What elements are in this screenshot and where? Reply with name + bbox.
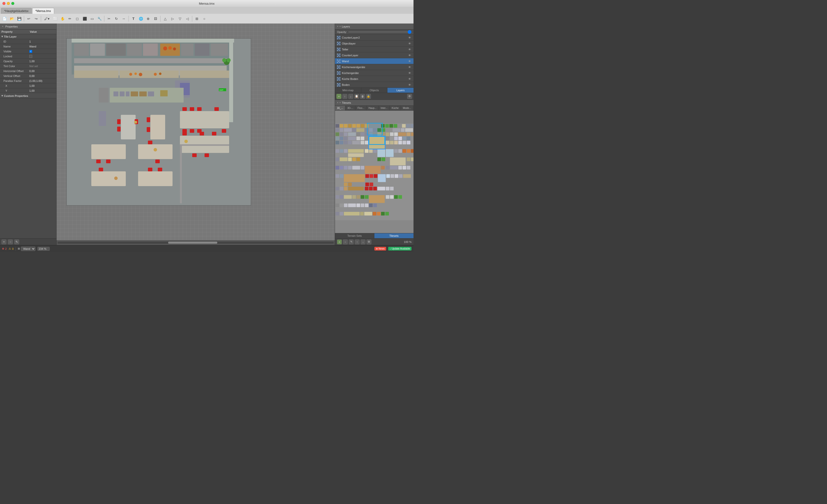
iso-1-button[interactable]: △ (162, 15, 168, 22)
tileset-tab-kueche[interactable]: Küche (390, 106, 401, 110)
opacity-slider[interactable] (348, 32, 411, 33)
canvas-area[interactable]: EXIT (57, 23, 335, 245)
fill-button[interactable]: ⬛ (81, 15, 88, 22)
layer-item-counterlayer2[interactable]: CounterLayer2 👁 (335, 35, 414, 41)
tab-mensa[interactable]: *Mensa.tmx (32, 8, 54, 14)
layer-item-objectlayer[interactable]: Objectlayer 👁 (335, 41, 414, 47)
layer-visibility-kuechenwandgeraete[interactable]: 👁 (407, 65, 411, 69)
iso-2-button[interactable]: ▷ (169, 15, 176, 22)
tileset-tab-floo[interactable]: Floo... (355, 106, 367, 110)
redo-button[interactable]: ↪ (33, 15, 40, 22)
tileset-tab-more[interactable]: ▶ (413, 106, 414, 110)
dice-button[interactable]: ⚄ (152, 15, 159, 22)
tileset-tab-haup[interactable]: Haup... (367, 106, 379, 110)
nav-button[interactable]: ⊕ (145, 15, 152, 22)
layer-item-teller[interactable]: Teller 👁 (335, 47, 414, 52)
visible-checkbox[interactable]: ✓ (29, 50, 32, 53)
layer-visibility-counterlayer[interactable]: 👁 (407, 53, 411, 57)
layer-item-counterlayer[interactable]: CounterLayer 👁 (335, 52, 414, 58)
tilesets-close-2[interactable]: × (339, 101, 341, 104)
layer-lock-button[interactable]: 🔒 (366, 94, 371, 99)
layer-move-down-button[interactable]: ↓ (348, 94, 353, 99)
globe-button[interactable]: 🌐 (137, 15, 144, 22)
layer-item-kuecheboden[interactable]: Küche Boden 👁 (335, 76, 414, 82)
iso-4-button[interactable]: ◁ (184, 15, 191, 22)
layer-item-boden[interactable]: Boden 👁 (335, 82, 414, 88)
update-button[interactable]: ↓ Update Available (388, 247, 411, 250)
open-file-button[interactable]: 📂 (8, 15, 15, 22)
tileset-tab-16[interactable]: 16_... (335, 106, 345, 110)
prop-value-y[interactable]: 1,00 (28, 89, 56, 93)
layer-visibility-kuechengeraete[interactable]: 👁 (407, 71, 411, 75)
tileset-add-button[interactable]: + (337, 239, 342, 244)
stamp-brush-button[interactable]: 🖊▾ (42, 15, 51, 22)
custom-props-expand-icon[interactable]: ▾ (1, 94, 3, 97)
edit-property-button[interactable]: ✎ (14, 239, 19, 244)
tab-minimap[interactable]: Mini-map (335, 88, 361, 93)
prop-value-name[interactable]: Wand (28, 45, 56, 48)
tab-objects[interactable]: Objects (361, 88, 388, 93)
minimize-button[interactable] (7, 2, 10, 5)
tileset-tab-mode[interactable]: Mode... (401, 106, 413, 110)
move-button[interactable]: ✋ (59, 15, 66, 22)
prop-value-locked[interactable] (28, 54, 56, 58)
layer-item-wand[interactable]: Wand 👁 (335, 58, 414, 64)
current-layer-select[interactable]: Wand (21, 246, 36, 251)
tileset-move-up-button[interactable]: ↑ (355, 239, 359, 244)
layers-panel-close-2[interactable]: × (339, 25, 341, 28)
prop-value-x[interactable]: 1,00 (28, 84, 56, 88)
layer-settings-button[interactable]: ⚙ (407, 94, 412, 99)
layer-delete-button[interactable]: 🗑 (360, 94, 365, 99)
remove-property-button[interactable]: − (8, 239, 13, 244)
canvas-scrollbar-horizontal[interactable] (57, 240, 335, 245)
map-canvas-content[interactable]: EXIT (57, 23, 335, 240)
scroll-thumb-horizontal[interactable] (168, 242, 217, 244)
layer-visibility-teller[interactable]: 👁 (407, 48, 411, 51)
tab-hauptgebaeude[interactable]: *Hauptgebäudetsx (1, 8, 32, 14)
tileset-remove-button[interactable]: − (343, 239, 348, 244)
layer-visibility-objectlayer[interactable]: 👁 (407, 42, 411, 46)
layers-panel-close-1[interactable]: × (337, 25, 338, 28)
news-button[interactable]: ⊗ News (374, 247, 386, 250)
tileset-move-down-button[interactable]: ↓ (360, 239, 366, 244)
tileset-viewport[interactable] (335, 111, 414, 233)
circle-button[interactable]: ○ (201, 15, 208, 22)
prop-value-h-offset[interactable]: 0,00 (28, 69, 56, 73)
undo-button[interactable]: ↩ (26, 15, 32, 22)
new-file-button[interactable]: 📄 (1, 15, 8, 22)
layer-visibility-counterlayer2[interactable]: 👁 (407, 36, 411, 40)
tilesets-close-1[interactable]: × (337, 101, 338, 104)
magnet-button[interactable]: 🔧 (96, 15, 103, 22)
text-button[interactable]: T (130, 15, 137, 22)
terrain-sets-tab[interactable]: Terrain Sets (335, 233, 374, 238)
properties-close-icon[interactable]: × (2, 25, 3, 28)
iso-3-button[interactable]: ▽ (177, 15, 183, 22)
layer-visibility-boden[interactable]: 👁 (407, 83, 411, 87)
rotate-button[interactable]: ↻ (113, 15, 120, 22)
layer-item-kuechenwandgeraete[interactable]: Küchenwandgeräte 👁 (335, 64, 414, 70)
save-button[interactable]: 💾 (16, 15, 22, 22)
locked-checkbox[interactable] (29, 55, 32, 58)
close-button[interactable] (2, 2, 5, 5)
tile-layer-expand-icon[interactable]: ▾ (1, 35, 3, 38)
maximize-button[interactable] (11, 2, 14, 5)
map-viewport[interactable]: EXIT (66, 38, 251, 206)
layer-move-up-button[interactable]: ↑ (342, 94, 347, 99)
shape-button[interactable]: ▭ (89, 15, 96, 22)
add-property-button[interactable]: + (1, 239, 6, 244)
cut-button[interactable]: ✂ (106, 15, 112, 22)
layer-visibility-kuecheboden[interactable]: 👁 (407, 77, 411, 81)
tilesets-tab[interactable]: Tilesets (374, 233, 414, 238)
select-button[interactable]: ⬜ (52, 15, 59, 22)
layer-visibility-wand[interactable]: 👁 (407, 59, 411, 63)
prop-value-opacity[interactable]: 1,00 (28, 59, 56, 63)
draw-button[interactable]: ✏ (66, 15, 74, 22)
tileset-settings-button[interactable]: ⚙ (367, 239, 372, 244)
layer-item-kuechengeraete[interactable]: Küchengeräte 👁 (335, 70, 414, 76)
layer-duplicate-button[interactable]: 📋 (354, 94, 359, 99)
tileset-edit-button[interactable]: ✎ (349, 239, 354, 244)
flip-h-button[interactable]: ↔ (120, 15, 127, 22)
layer-add-button[interactable]: + (336, 94, 341, 99)
erase-button[interactable]: ◻ (74, 15, 81, 22)
zoom-input[interactable] (37, 247, 50, 251)
